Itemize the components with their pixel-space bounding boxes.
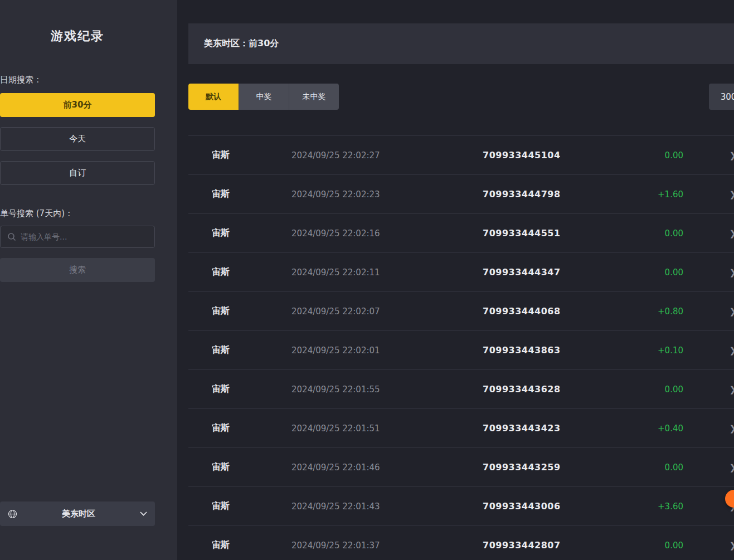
table-row[interactable]: 宙斯 2024/09/25 22:02:07 709933444068 +0.8… — [188, 292, 734, 331]
amount-value: 0.00 — [622, 540, 683, 551]
record-time: 2024/09/25 22:02:27 — [291, 150, 483, 160]
timezone-label: 美东时区 — [17, 509, 140, 519]
record-time: 2024/09/25 22:02:16 — [291, 228, 483, 238]
globe-icon — [8, 509, 17, 519]
chevron-right-icon: ❯ — [729, 267, 734, 277]
amount-value: 0.00 — [622, 462, 683, 473]
record-time: 2024/09/25 22:01:46 — [291, 462, 483, 473]
table-row[interactable]: 宙斯 2024/09/25 22:01:37 709933442807 0.00… — [188, 526, 734, 560]
chevron-right-icon: ❯ — [729, 384, 734, 395]
amount-value: +0.40 — [622, 423, 683, 434]
game-name: 宙斯 — [212, 149, 291, 161]
order-number: 709933443423 — [483, 423, 622, 434]
chevron-right-icon: ❯ — [729, 228, 734, 238]
main-content: 美东时区：前30分 默认中奖未中奖 300 宙斯 2024/09/25 22:0… — [177, 0, 734, 560]
order-number: 709933442807 — [483, 540, 622, 551]
search-button[interactable]: 搜索 — [0, 258, 155, 282]
sidebar: 游戏纪录 日期搜索： 前30分 今天 自订 单号搜索 (7天内)： 搜索 — [0, 0, 177, 560]
game-name: 宙斯 — [212, 383, 291, 395]
game-name: 宙斯 — [212, 539, 291, 551]
table-row[interactable]: 宙斯 2024/09/25 22:02:01 709933443863 +0.1… — [188, 331, 734, 370]
game-name: 宙斯 — [212, 188, 291, 200]
order-number: 709933444551 — [483, 228, 622, 238]
record-time: 2024/09/25 22:01:51 — [291, 423, 483, 434]
game-name: 宙斯 — [212, 500, 291, 512]
custom-date-button[interactable]: 自订 — [0, 161, 155, 185]
context-header-text: 美东时区：前30分 — [204, 38, 279, 50]
timezone-selector[interactable]: 美东时区 — [0, 501, 155, 526]
filter-tab[interactable]: 默认 — [188, 84, 239, 110]
page-size-selector[interactable]: 300 — [709, 84, 734, 110]
table-row[interactable]: 宙斯 2024/09/25 22:01:55 709933443628 0.00… — [188, 370, 734, 409]
record-time: 2024/09/25 22:02:11 — [291, 267, 483, 277]
table-row[interactable]: 宙斯 2024/09/25 22:01:46 709933443259 0.00… — [188, 448, 734, 487]
date-search-label: 日期搜索： — [0, 75, 155, 85]
record-time: 2024/09/25 22:02:01 — [291, 345, 483, 356]
record-time: 2024/09/25 22:02:23 — [291, 189, 483, 199]
order-number: 709933444347 — [483, 267, 622, 277]
amount-value: +3.60 — [622, 501, 683, 512]
table-row[interactable]: 宙斯 2024/09/25 22:01:51 709933443423 +0.4… — [188, 409, 734, 448]
filter-tab[interactable]: 未中奖 — [289, 84, 339, 110]
order-number: 709933443628 — [483, 384, 622, 395]
last30min-button[interactable]: 前30分 — [0, 93, 155, 117]
chevron-down-icon — [140, 512, 147, 516]
chevron-right-icon: ❯ — [729, 540, 734, 551]
order-number: 709933444798 — [483, 189, 622, 199]
chevron-right-icon: ❯ — [729, 423, 734, 434]
chevron-right-icon: ❯ — [729, 150, 734, 160]
game-name: 宙斯 — [212, 266, 291, 278]
table-row[interactable]: 宙斯 2024/09/25 22:02:11 709933444347 0.00… — [188, 253, 734, 292]
game-name: 宙斯 — [212, 344, 291, 356]
chevron-right-icon: ❯ — [729, 189, 734, 199]
filter-row: 默认中奖未中奖 300 — [188, 84, 734, 110]
filter-tab[interactable]: 中奖 — [239, 84, 289, 110]
order-search-label: 单号搜索 (7天内)： — [0, 208, 155, 219]
search-icon — [7, 232, 16, 241]
order-number: 709933445104 — [483, 150, 622, 160]
record-time: 2024/09/25 22:02:07 — [291, 306, 483, 316]
game-name: 宙斯 — [212, 461, 291, 473]
record-time: 2024/09/25 22:01:43 — [291, 501, 483, 512]
amount-value: 0.00 — [622, 267, 683, 277]
order-number: 709933443006 — [483, 501, 622, 512]
game-name: 宙斯 — [212, 422, 291, 434]
record-time: 2024/09/25 22:01:55 — [291, 384, 483, 395]
amount-value: 0.00 — [622, 384, 683, 395]
table-row[interactable]: 宙斯 2024/09/25 22:02:23 709933444798 +1.6… — [188, 175, 734, 214]
chevron-right-icon: ❯ — [729, 345, 734, 356]
amount-value: 0.00 — [622, 150, 683, 160]
records-table: 宙斯 2024/09/25 22:02:27 709933445104 0.00… — [188, 135, 734, 560]
amount-value: +1.60 — [622, 189, 683, 199]
chevron-right-icon: ❯ — [729, 306, 734, 316]
order-number: 709933443259 — [483, 462, 622, 473]
context-header: 美东时区：前30分 — [188, 23, 734, 64]
table-row[interactable]: 宙斯 2024/09/25 22:02:16 709933444551 0.00… — [188, 214, 734, 253]
app-window: 游戏纪录 日期搜索： 前30分 今天 自订 单号搜索 (7天内)： 搜索 — [0, 0, 734, 560]
amount-value: +0.10 — [622, 345, 683, 356]
amount-value: 0.00 — [622, 228, 683, 238]
game-name: 宙斯 — [212, 227, 291, 239]
order-search-box — [0, 226, 155, 248]
order-number: 709933444068 — [483, 306, 622, 316]
game-name: 宙斯 — [212, 305, 291, 317]
record-time: 2024/09/25 22:01:37 — [291, 540, 483, 551]
amount-value: +0.80 — [622, 306, 683, 316]
today-button[interactable]: 今天 — [0, 127, 155, 151]
chevron-right-icon: ❯ — [729, 462, 734, 473]
table-row[interactable]: 宙斯 2024/09/25 22:02:27 709933445104 0.00… — [188, 136, 734, 175]
page-title: 游戏纪录 — [0, 0, 155, 45]
tabs: 默认中奖未中奖 — [188, 84, 339, 110]
order-search-input[interactable] — [21, 232, 148, 241]
table-row[interactable]: 宙斯 2024/09/25 22:01:43 709933443006 +3.6… — [188, 487, 734, 526]
order-number: 709933443863 — [483, 345, 622, 356]
